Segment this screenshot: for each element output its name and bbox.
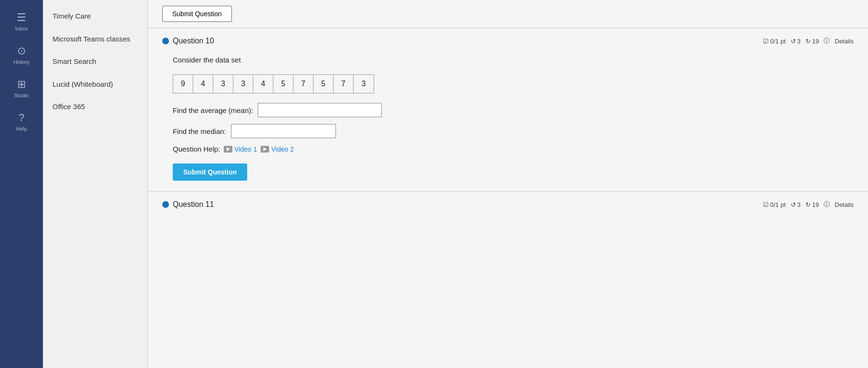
question-11-undo: ↺ 3: [791, 201, 801, 208]
dataset-cell: 7: [293, 75, 314, 93]
submit-question-button[interactable]: Submit Question: [173, 164, 247, 181]
play-triangle-1: [227, 147, 230, 151]
dataset-cell: 3: [213, 75, 233, 93]
dataset-cell: 7: [334, 75, 354, 93]
history-icon: ⊙: [17, 45, 26, 57]
sidebar-label-help: Help: [16, 126, 27, 132]
question-help-label: Question Help:: [173, 145, 220, 153]
question-11-title: Question 11: [162, 200, 214, 209]
sidebar-label-studio: Studio: [14, 92, 29, 98]
question-10-meta: ☑ 0/1 pt ↺ 3 ↻ 19 ⓘ Details: [763, 37, 854, 45]
question-10-title: Question 10: [162, 37, 214, 45]
nav-item-lucid-whiteboard[interactable]: Lucid (Whiteboard): [43, 73, 147, 96]
question-11-dot: [162, 201, 169, 208]
undo-icon: ↺: [791, 38, 796, 45]
undo-icon-11: ↺: [791, 201, 796, 208]
dataset-table: 9433457573: [173, 74, 374, 93]
info-icon-11: ⓘ: [824, 200, 830, 209]
inbox-icon: ☰: [17, 11, 26, 24]
left-nav-panel: Timely Care Microsoft Teams classes Smar…: [43, 0, 148, 368]
sidebar-item-studio[interactable]: ⊞ Studio: [0, 72, 43, 105]
check-icon-11: ☑: [763, 201, 769, 208]
dataset-cell: 4: [193, 75, 213, 93]
video1-play-icon: [224, 146, 232, 153]
refresh-icon-11: ↻: [805, 201, 811, 208]
question-10-body: Consider the data set: [162, 52, 854, 69]
help-icon: ?: [19, 112, 24, 124]
mean-input[interactable]: [258, 103, 382, 117]
studio-icon: ⊞: [17, 78, 26, 91]
question-11-header: Question 11 ☑ 0/1 pt ↺ 3 ↻ 19 ⓘ Deta: [162, 200, 854, 209]
main-content: Submit Question Question 10 ☑ 0/1 pt ↺ 3…: [148, 0, 868, 368]
question-10-label: Question 10: [173, 37, 214, 45]
dataset-cell: 3: [354, 75, 374, 93]
sidebar-item-help[interactable]: ? Help: [0, 105, 43, 138]
median-input-row: Find the median:: [173, 124, 854, 138]
top-submit-button[interactable]: Submit Question: [162, 6, 232, 22]
refresh-icon: ↻: [805, 38, 811, 45]
question-10-points: ☑ 0/1 pt: [763, 38, 786, 45]
info-icon: ⓘ: [824, 37, 830, 45]
question-11-block: Question 11 ☑ 0/1 pt ↺ 3 ↻ 19 ⓘ Deta: [148, 192, 868, 214]
question-11-details-link[interactable]: Details: [835, 201, 854, 208]
nav-item-smart-search[interactable]: Smart Search: [43, 50, 147, 73]
median-input[interactable]: [231, 124, 336, 138]
question-10-header: Question 10 ☑ 0/1 pt ↺ 3 ↻ 19 ⓘ Deta: [162, 37, 854, 45]
question-10-refresh: ↻ 19: [805, 38, 819, 45]
video2-link[interactable]: Video 2: [261, 145, 293, 153]
mean-label: Find the average (mean):: [173, 106, 253, 114]
sidebar-item-history[interactable]: ⊙ History: [0, 38, 43, 72]
nav-item-timely-care[interactable]: Timely Care: [43, 5, 147, 28]
question-11-refresh: ↻ 19: [805, 201, 819, 208]
top-submit-bar: Submit Question: [148, 0, 868, 28]
sidebar-label-inbox: Inbox: [15, 26, 28, 31]
question-10-details-link[interactable]: Details: [835, 38, 854, 45]
nav-item-microsoft-teams[interactable]: Microsoft Teams classes: [43, 28, 147, 51]
sidebar-item-inbox[interactable]: ☰ Inbox: [0, 5, 43, 38]
question-10-info: ⓘ: [824, 37, 830, 45]
question-11-points: ☑ 0/1 pt: [763, 201, 786, 208]
video1-link[interactable]: Video 1: [224, 145, 257, 153]
dataset-cell: 3: [233, 75, 253, 93]
sidebar-icons-panel: ☰ Inbox ⊙ History ⊞ Studio ? Help: [0, 0, 43, 368]
question-10-dot: [162, 38, 169, 44]
question-10-undo: ↺ 3: [791, 38, 801, 45]
dataset-cell: 9: [173, 75, 193, 93]
median-label: Find the median:: [173, 127, 226, 135]
question-help-row: Question Help: Video 1 Video 2: [173, 145, 854, 153]
nav-item-office-365[interactable]: Office 365: [43, 95, 147, 118]
dataset-cell: 4: [253, 75, 273, 93]
question-10-block: Question 10 ☑ 0/1 pt ↺ 3 ↻ 19 ⓘ Deta: [148, 28, 868, 192]
sidebar-label-history: History: [13, 59, 30, 65]
question-11-info: ⓘ: [824, 200, 830, 209]
dataset-cell: 5: [273, 75, 293, 93]
dataset-cell: 5: [314, 75, 334, 93]
question-11-label: Question 11: [173, 200, 214, 209]
question-11-meta: ☑ 0/1 pt ↺ 3 ↻ 19 ⓘ Details: [763, 200, 854, 209]
video2-play-icon: [261, 146, 269, 153]
check-icon: ☑: [763, 38, 769, 45]
play-triangle-2: [263, 147, 267, 151]
mean-input-row: Find the average (mean):: [173, 103, 854, 117]
